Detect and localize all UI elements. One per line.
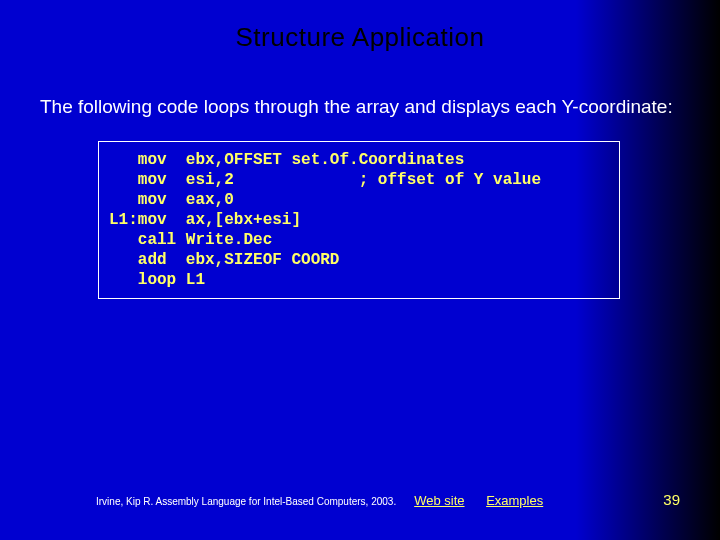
page-number: 39 (663, 491, 680, 508)
slide-footer: Irvine, Kip R. Assembly Language for Int… (0, 491, 720, 508)
slide-title: Structure Application (0, 0, 720, 53)
slide-intro-text: The following code loops through the arr… (0, 53, 720, 119)
code-listing: mov ebx,OFFSET set.Of.Coordinates mov es… (98, 141, 620, 299)
web-site-link[interactable]: Web site (414, 493, 464, 508)
footer-credit: Irvine, Kip R. Assembly Language for Int… (96, 496, 396, 507)
footer-links: Web site Examples (414, 493, 561, 508)
examples-link[interactable]: Examples (486, 493, 543, 508)
